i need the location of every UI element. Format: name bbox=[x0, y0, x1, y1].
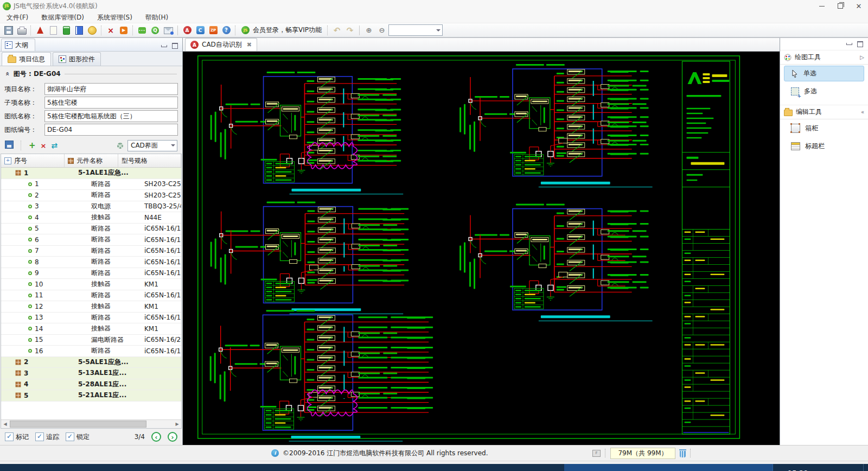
tool-cabinet[interactable]: 箱柜 bbox=[784, 120, 864, 136]
document-button[interactable] bbox=[47, 24, 60, 36]
tab-close-icon[interactable] bbox=[247, 41, 252, 48]
tab-cad-auto-recognition[interactable]: CAD自动识别 bbox=[185, 38, 257, 51]
cad-auto-button[interactable] bbox=[181, 24, 194, 36]
table-row[interactable]: 2断路器SH203-C25 bbox=[1, 190, 181, 201]
tools-button[interactable] bbox=[104, 24, 117, 36]
scroll-left-icon[interactable]: ◀ bbox=[1, 420, 9, 428]
show-desktop-edge[interactable] bbox=[863, 464, 864, 471]
trash-icon[interactable] bbox=[680, 451, 686, 457]
undo-button[interactable] bbox=[330, 24, 343, 36]
prev-page-button[interactable]: ‹ bbox=[151, 432, 161, 442]
book-button[interactable] bbox=[73, 24, 86, 36]
checkbox-2[interactable]: 锁定 bbox=[66, 432, 90, 442]
save-button[interactable] bbox=[5, 141, 14, 150]
menu-item-0[interactable]: 文件(F) bbox=[7, 13, 28, 22]
checkbox-1[interactable]: 追踪 bbox=[35, 432, 59, 442]
zp-button[interactable] bbox=[207, 24, 220, 36]
scale-select[interactable] bbox=[388, 24, 443, 36]
drawing-no-field[interactable] bbox=[44, 124, 178, 136]
row-spec: iC65N-16/1P bbox=[141, 234, 181, 245]
scroll-right-icon[interactable]: ▶ bbox=[173, 420, 181, 428]
calculator-button[interactable] bbox=[60, 24, 73, 36]
delete-button[interactable] bbox=[41, 142, 47, 150]
table-row[interactable]: 16断路器iC65N-16/1P bbox=[1, 346, 181, 357]
table-group-row[interactable]: 15-1ALE1应急... bbox=[1, 168, 181, 179]
menu-item-3[interactable]: 帮助(H) bbox=[145, 13, 168, 22]
table-row[interactable]: 15漏电断路器iC65N-16/2P +Vig... bbox=[1, 335, 181, 346]
expand-right-icon[interactable]: ▷ bbox=[860, 54, 864, 60]
menu-item-1[interactable]: 数据库管理(D) bbox=[41, 13, 84, 22]
add-button[interactable] bbox=[29, 142, 36, 150]
cad-canvas[interactable] bbox=[183, 52, 781, 445]
subitem-name-field[interactable] bbox=[44, 97, 178, 109]
table-row[interactable]: 7断路器iC65N-16/1P bbox=[1, 246, 181, 257]
table-row[interactable]: 1断路器SH203-C25 bbox=[1, 179, 181, 190]
next-page-button[interactable]: › bbox=[168, 432, 177, 442]
gear-icon[interactable] bbox=[117, 143, 123, 149]
row-num: 13 bbox=[35, 314, 43, 321]
panel-maximize-icon[interactable] bbox=[857, 41, 863, 47]
table-row[interactable]: 12接触器KM1 bbox=[1, 301, 181, 313]
table-row[interactable]: 9断路器iC65N-16/1P bbox=[1, 268, 181, 279]
refresh-button[interactable] bbox=[51, 141, 58, 150]
collapse-left-icon[interactable]: « bbox=[861, 109, 864, 115]
table-row[interactable]: 14接触器KM1 bbox=[1, 323, 181, 335]
message-button[interactable] bbox=[136, 24, 149, 36]
table-row[interactable]: 3双电源TBBQ3-25/4P F PC... bbox=[1, 201, 181, 213]
panel-maximize-icon[interactable] bbox=[172, 43, 178, 49]
outline-view-tab[interactable]: 大纲 bbox=[1, 39, 35, 51]
tool-multi-select[interactable]: 多选 bbox=[784, 84, 864, 99]
tool-titleblock[interactable]: 标题栏 bbox=[784, 138, 864, 154]
scrollbar-thumb[interactable] bbox=[10, 421, 146, 428]
coin-button[interactable] bbox=[86, 24, 99, 36]
table-row[interactable]: 5断路器iC65N-16/1P bbox=[1, 224, 181, 235]
save-button[interactable] bbox=[2, 24, 15, 36]
minimize-button[interactable] bbox=[813, 0, 831, 12]
collapse-icon[interactable]: « bbox=[4, 72, 11, 76]
zoom-in-button[interactable] bbox=[362, 24, 375, 36]
table-row[interactable]: 6断路器iC65N-16/1P bbox=[1, 234, 181, 246]
view-mode-select[interactable]: CAD界面 bbox=[127, 140, 177, 151]
close-button[interactable]: ✕ bbox=[850, 0, 868, 12]
table-group-row[interactable]: 45-28ALE1应... bbox=[1, 379, 181, 391]
zoom-out-button[interactable] bbox=[375, 24, 388, 36]
restore-button[interactable] bbox=[831, 0, 850, 12]
tab-project-info[interactable]: 项目信息 bbox=[2, 52, 51, 66]
horizontal-scrollbar[interactable]: ◀ ▶ bbox=[1, 419, 181, 428]
taskbar-app-button[interactable] bbox=[564, 464, 773, 471]
menu-item-2[interactable]: 系统管理(S) bbox=[97, 13, 132, 22]
panel-title: 大纲 bbox=[15, 41, 28, 50]
panel-minimize-icon[interactable] bbox=[846, 43, 852, 45]
cad-blue-button[interactable] bbox=[194, 24, 207, 36]
mail-button[interactable] bbox=[162, 24, 175, 36]
column-header-name[interactable]: 元件名称 bbox=[65, 154, 118, 167]
table-row[interactable]: 11断路器iC65N-16/1P bbox=[1, 290, 181, 302]
windows-taskbar[interactable]: 15:29 bbox=[0, 464, 868, 471]
column-header-spec[interactable]: 型号规格 bbox=[118, 154, 181, 167]
redo-button[interactable] bbox=[343, 24, 356, 36]
import-button[interactable] bbox=[34, 24, 47, 36]
toolbar-separator bbox=[132, 26, 133, 35]
tab-graphic-controls[interactable]: 图形控件 bbox=[53, 52, 101, 66]
media-button[interactable] bbox=[117, 24, 130, 36]
table-group-row[interactable]: 55-21ALE1应... bbox=[1, 390, 181, 402]
help-button[interactable] bbox=[220, 24, 233, 36]
column-header-num[interactable]: 序号 bbox=[1, 154, 65, 167]
table-row[interactable]: 10接触器KM1 bbox=[1, 279, 181, 290]
checkbox-0[interactable]: 标记 bbox=[5, 432, 29, 442]
table-row[interactable]: 4接触器N44E bbox=[1, 212, 181, 224]
vip-login-button[interactable]: JS 会员登录，畅享VIP功能 bbox=[238, 26, 325, 35]
expand-all-icon[interactable] bbox=[4, 157, 11, 164]
browser-button[interactable] bbox=[149, 24, 162, 36]
tool-single-select[interactable]: 单选 bbox=[784, 66, 864, 81]
drawing-name-field[interactable] bbox=[44, 110, 178, 122]
table-group-row[interactable]: 35-13ALE1应... bbox=[1, 368, 181, 379]
panel-minimize-icon[interactable] bbox=[161, 45, 167, 47]
table-group-row[interactable]: 25-5ALE1应急... bbox=[1, 357, 181, 368]
print-button[interactable] bbox=[15, 24, 28, 36]
draw-tools-section[interactable]: 绘图工具 ▷ bbox=[780, 50, 868, 65]
project-name-field[interactable] bbox=[44, 83, 178, 95]
table-row[interactable]: 13断路器iC65N-16/1P bbox=[1, 313, 181, 324]
table-row[interactable]: 8断路器iC65N-16/1P bbox=[1, 257, 181, 268]
edit-tools-section[interactable]: 编辑工具 « bbox=[780, 105, 868, 119]
